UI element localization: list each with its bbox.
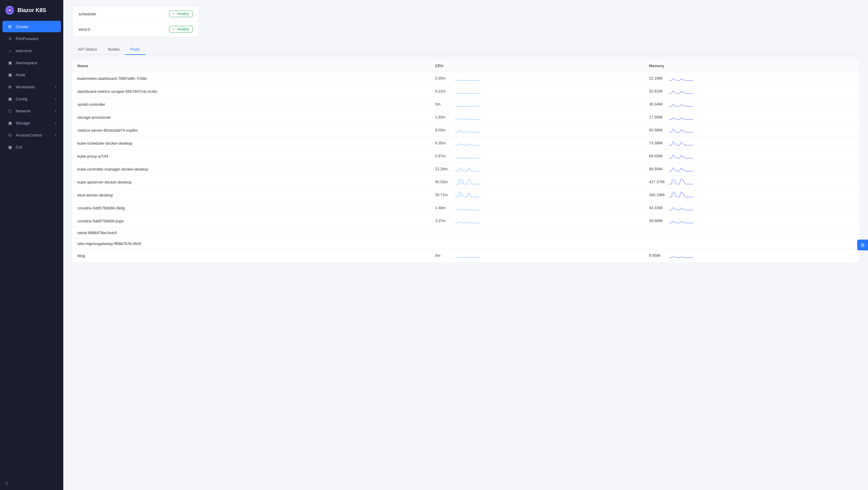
pod-cpu-cell: 1.92m	[430, 111, 644, 124]
cpu-metric: 6.35m	[435, 140, 640, 147]
logo-icon	[5, 5, 14, 15]
sidebar-item-storage[interactable]: ▣ Storage ›	[2, 117, 61, 129]
cpu-value: 0.35m	[435, 76, 453, 81]
pod-memory-cell	[644, 227, 859, 238]
pod-name-cell: coredns-5dd5756b68-zlk8g	[73, 202, 430, 215]
memory-value: 22.18Mi	[649, 76, 667, 81]
pod-cpu-cell: 0.87m	[430, 150, 644, 163]
svg-marker-7	[672, 91, 677, 93]
cpu-sparkline	[455, 88, 479, 95]
cpu-value: 0.87m	[435, 154, 453, 158]
svg-marker-18	[458, 168, 464, 171]
app-title: Blazor K8S	[18, 7, 46, 13]
svg-marker-20	[458, 179, 464, 184]
sidebar-item-namespace[interactable]: ▣ Namespace	[2, 57, 61, 68]
pod-cpu-cell: 0m	[430, 249, 644, 262]
table-row: kubernetes-dashboard-78f87ddfc-7n58c0.35…	[73, 72, 859, 85]
memory-sparkline	[669, 252, 693, 259]
pod-name-cell: coredns-5dd5756b68-jnpjv	[73, 215, 430, 227]
pod-name-cell: kube-apiserver-docker-desktop	[73, 176, 430, 189]
pod-name-cell: kube-controller-manager-docker-desktop	[73, 163, 430, 176]
table-row: vpnkit-controller0m 38.34Mi	[73, 98, 859, 111]
pod-name-cell: etcd-docker-desktop	[73, 189, 430, 202]
pod-memory-cell: 68.65Mi	[644, 150, 859, 163]
svg-marker-19	[672, 168, 677, 171]
pod-name-cell: kubernetes-dashboard-78f87ddfc-7n58c	[73, 72, 430, 85]
sidebar-item-network[interactable]: ⬡ Network ›	[2, 105, 61, 117]
cpu-sparkline	[455, 101, 479, 108]
cpu-metric: 0.87m	[435, 153, 640, 159]
sidebar-item-node[interactable]: ▣ Node	[2, 69, 61, 81]
pod-name-cell: dashboard-metrics-scraper-5657497c4c-tcx…	[73, 85, 430, 98]
cpu-sparkline	[455, 75, 479, 82]
pod-memory-cell	[644, 238, 859, 249]
svg-marker-15	[672, 142, 677, 145]
cpu-metric: 3.37m	[435, 218, 640, 224]
sidebar-item-welcome[interactable]: ⌂ welcome	[2, 45, 61, 56]
health-name-etcd: etcd-0	[79, 27, 90, 32]
cpu-sparkline	[455, 218, 479, 224]
cpu-value: 9.03m	[435, 128, 453, 132]
sidebar-item-crd[interactable]: ▣ Crd	[2, 141, 61, 153]
cpu-value: 21.26m	[435, 167, 453, 171]
table-row: istiod-968847fbd-6vtc5	[73, 227, 859, 238]
svg-marker-12	[458, 130, 464, 132]
storage-chevron: ›	[55, 121, 56, 125]
health-row-scheduler: scheduler ✓ Healthy	[73, 6, 198, 22]
sidebar-item-workloads[interactable]: ⊕ Workloads ›	[2, 81, 61, 93]
settings-fab-button[interactable]: ⚙	[857, 240, 868, 250]
check-icon-2: ✓	[173, 27, 176, 31]
cpu-metric: 0m	[435, 101, 640, 108]
pods-table: Name CPU Memory kubernetes-dashboard-78f…	[72, 60, 859, 262]
memory-value: 65.58Mi	[649, 128, 667, 132]
sidebar-label-welcome: welcome	[16, 49, 32, 53]
pod-memory-cell: 22.18Mi	[644, 72, 859, 85]
tab-api-status[interactable]: API Status	[72, 44, 102, 55]
pod-cpu-cell: 6.35m	[430, 137, 644, 150]
tab-pods[interactable]: Pods	[125, 44, 145, 55]
cpu-value: 1.92m	[435, 115, 453, 119]
memory-value: 50.91Mi	[649, 89, 667, 93]
sidebar-item-accesscontrol[interactable]: ⊙ AccessControl ›	[2, 129, 61, 141]
list-icon: ☰	[5, 481, 8, 486]
pod-cpu-cell: 21.26m	[430, 163, 644, 176]
cpu-sparkline	[455, 114, 479, 121]
welcome-icon: ⌂	[7, 48, 13, 53]
settings-icon: ⚙	[861, 242, 865, 248]
memory-value: 73.38Mi	[649, 141, 667, 145]
memory-sparkline	[669, 153, 693, 159]
memory-metric: 65.58Mi	[649, 127, 854, 133]
sidebar-item-cluster[interactable]: ⊞ Cluster	[2, 21, 61, 32]
pod-memory-cell: 340.16Mi	[644, 189, 859, 202]
pod-memory-cell: 44.33Mi	[644, 202, 859, 215]
table-row: dashboard-metrics-scraper-5657497c4c-tcx…	[73, 85, 859, 98]
memory-value: 9.95Mi	[649, 253, 667, 258]
node-icon: ▣	[7, 72, 13, 77]
memory-metric: 68.65Mi	[649, 153, 854, 159]
memory-metric: 39.88Mi	[649, 218, 854, 224]
cpu-sparkline	[455, 153, 479, 159]
sidebar-item-config[interactable]: ▣ Config ›	[2, 93, 61, 104]
memory-sparkline	[669, 218, 693, 224]
col-header-memory: Memory	[644, 60, 859, 72]
svg-marker-21	[672, 179, 677, 184]
sidebar-item-portforward[interactable]: ≡ PortForward	[2, 33, 61, 44]
sidebar-label-namespace: Namespace	[16, 61, 37, 65]
memory-value: 44.33Mi	[649, 206, 667, 210]
memory-metric: 340.16Mi	[649, 192, 854, 198]
memory-sparkline	[669, 205, 693, 211]
table-row: metrics-server-85cbcbdd74-xvp9m9.03m 65.…	[73, 124, 859, 137]
sidebar-label-storage: Storage	[16, 121, 30, 125]
cpu-sparkline	[455, 192, 479, 198]
table-row: storage-provisioner1.92m 17.56Mi	[73, 111, 859, 124]
memory-metric: 68.56Mi	[649, 166, 854, 172]
col-header-name: Name	[73, 60, 430, 72]
tab-nodes[interactable]: Nodes	[102, 44, 125, 55]
table-row: coredns-5dd5756b68-jnpjv3.37m 39.88Mi	[73, 215, 859, 227]
memory-sparkline	[669, 101, 693, 108]
memory-value: 340.16Mi	[649, 193, 667, 197]
sidebar-label-accesscontrol: AccessControl	[16, 133, 42, 137]
pod-name-cell: istio-ingressgateway-ff88b7b7b-5fx5r	[73, 238, 430, 249]
svg-point-3	[9, 9, 10, 11]
tabs-bar: API Status Nodes Pods	[72, 44, 859, 55]
